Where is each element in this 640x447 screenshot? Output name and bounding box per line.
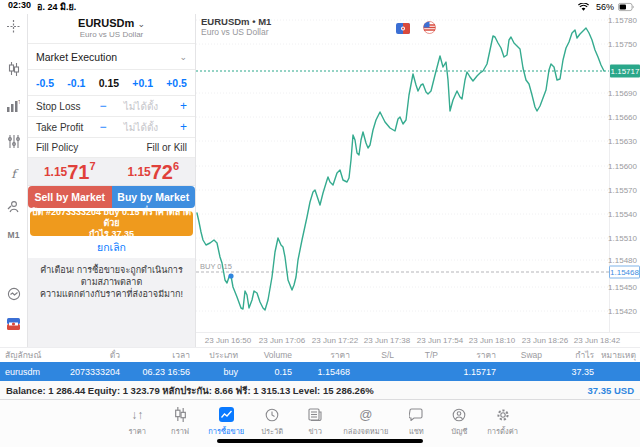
stop-loss-value[interactable]: ไม่ได้ตั้ง (115, 99, 167, 114)
price-tick: 1.15780 (608, 16, 637, 25)
price-tick: 1.15420 (608, 307, 637, 316)
cell-type: buy (194, 367, 242, 377)
time-tick: 23 Jun 18:26 (522, 336, 568, 345)
status-bar: 02:30 อ. 24 มิ.ย. 56% (0, 0, 640, 14)
chat-icon (409, 406, 423, 423)
tab-label: ข่าว (308, 425, 322, 437)
tab-label: กราฟ (171, 425, 189, 437)
symbol-name: EURUSDm (78, 17, 134, 29)
ask-pip-digit: 6 (173, 160, 179, 172)
volume-inc-large-button[interactable]: +0.5 (166, 77, 187, 89)
warning-line2: ความแตกต่างกับราคาที่ส่งอาจมีมาก! (40, 289, 183, 299)
time-tick: 23 Jun 17:22 (312, 336, 358, 345)
wifi-icon (576, 0, 592, 15)
col-symbol: สัญลักษณ์ (0, 348, 68, 362)
chart-canvas[interactable] (196, 14, 640, 332)
ask-price: 1.15726 (112, 158, 196, 185)
cell-profit: 37.35 (546, 367, 598, 377)
buy-button[interactable]: Buy by Market (112, 186, 196, 208)
volume-row: -0.5 -0.1 0.15 +0.1 +0.5 (28, 70, 195, 96)
tab-label: การซื้อขาย (208, 425, 244, 437)
col-profit: กำไร (546, 348, 598, 362)
price-chart[interactable]: EURUSDm • M1 Euro vs US Dollar 1.15780 1… (196, 14, 640, 332)
chat-bubble-icon[interactable] (6, 286, 22, 302)
price-tick: 1.15450 (608, 283, 637, 292)
position-row-selected[interactable]: eurusdm 2073333204 06.23 16:56 buy 0.15 … (0, 362, 640, 381)
clock: 02:30 (8, 0, 31, 14)
chart-symbol-timeframe: EURUSDm • M1 (201, 16, 271, 27)
tab-label: ราคา (128, 425, 145, 437)
time-tick: 23 Jun 17:38 (364, 336, 410, 345)
take-profit-label: Take Profit (36, 122, 91, 133)
warning-line1: คำเตือน! การซื้อขายจะถูกดำเนินการตามสภาพ… (40, 265, 183, 287)
stop-loss-minus-button[interactable]: − (91, 99, 115, 113)
take-profit-minus-button[interactable]: − (91, 120, 115, 134)
usd-flag-icon (423, 20, 436, 38)
ask-small-digits: 1.15 (127, 165, 150, 179)
volume-dec-small-button[interactable]: -0.1 (67, 77, 85, 89)
price-tick: 1.15480 (608, 256, 637, 265)
tab-label: บัญชี (451, 425, 467, 437)
chart-header: EURUSDm • M1 Euro vs US Dollar (201, 16, 271, 37)
volume-dec-large-button[interactable]: -0.5 (36, 77, 54, 89)
mt5-trading-screen: 02:30 อ. 24 มิ.ย. 56% T f (0, 0, 640, 447)
time-tick: 23 Jun 18:10 (469, 336, 515, 345)
account-summary-text: Balance: 1 286.44 Equity: 1 323.79 หลักป… (6, 383, 374, 398)
cell-volume: 0.15 (242, 367, 296, 377)
close-position-button[interactable]: ปิด #2073333204 buy 0.15 ที่ราคาตลาดด้วย… (30, 211, 193, 236)
tab-account[interactable]: บัญชี (444, 406, 474, 447)
time-tick: 23 Jun 17:54 (417, 336, 463, 345)
tab-quotes[interactable]: ↓↑ ราคา (122, 406, 152, 447)
chevron-down-icon: ⌄ (179, 52, 187, 62)
home-indicator[interactable] (217, 439, 423, 443)
battery-percent: 56% (596, 2, 614, 12)
function-icon[interactable]: f (6, 166, 22, 182)
tab-settings[interactable]: การตั้งค่า (487, 406, 518, 447)
crosshair-icon[interactable] (6, 18, 22, 34)
cancel-button[interactable]: ยกเลิก (97, 239, 126, 256)
price-tick: 1.15600 (608, 162, 637, 171)
chevron-down-icon: ⌄ (137, 19, 145, 29)
mailbox-icon: @ (359, 406, 372, 423)
price-tick: 1.15690 (608, 89, 637, 98)
cell-time: 06.23 16:56 (124, 367, 194, 377)
bid-price: 1.15717 (28, 158, 112, 185)
col-swap: Swap (500, 350, 546, 360)
objects-sliders-icon[interactable] (6, 133, 22, 149)
buy-position-label: BUY 0.15 (200, 262, 232, 271)
fill-policy-row[interactable]: Fill Policy Fill or Kill (28, 138, 195, 158)
time-tick: 23 Jun 16:50 (205, 336, 251, 345)
buy-price-badge: 1.15468 (609, 266, 640, 279)
account-summary-row: Balance: 1 286.44 Equity: 1 323.79 หลักป… (0, 381, 640, 399)
quotes-icon: ↓↑ (131, 406, 143, 423)
symbol-header[interactable]: EURUSDm ⌄ Euro vs US Dollar (28, 14, 195, 44)
timeframe-button[interactable]: M1 (8, 230, 20, 240)
take-profit-plus-button[interactable]: + (167, 120, 187, 134)
trade-icon (219, 406, 234, 423)
bid-pip-digit: 7 (89, 160, 95, 172)
fill-policy-label: Fill Policy (36, 142, 78, 153)
flag-icon[interactable] (6, 316, 22, 332)
candlestick-chart-icon[interactable] (6, 61, 22, 77)
trader-icon[interactable] (6, 198, 22, 214)
volume-inc-small-button[interactable]: +0.1 (132, 77, 153, 89)
ask-big-digits: 72 (151, 162, 173, 182)
stop-loss-plus-button[interactable]: + (167, 99, 187, 113)
volume-value[interactable]: 0.15 (99, 77, 119, 89)
bid-small-digits: 1.15 (44, 165, 67, 179)
close-position-line1: ปิด #2073333204 buy 0.15 ที่ราคาตลาดด้วย (30, 207, 193, 229)
col-sl: S/L (354, 350, 398, 360)
tab-chart[interactable]: กราฟ (165, 406, 195, 447)
sell-button[interactable]: Sell by Market (28, 186, 112, 208)
fill-policy-value: Fill or Kill (146, 142, 187, 153)
table-header-row: สัญลักษณ์ ตั๋ว เวลา ประเภท Volume ราคา S… (0, 347, 640, 362)
news-icon (308, 406, 322, 423)
take-profit-value[interactable]: ไม่ได้ตั้ง (115, 120, 167, 135)
time-tick: 23 Jun 18:42 (574, 336, 620, 345)
order-panel: EURUSDm ⌄ Euro vs US Dollar Market Execu… (28, 14, 196, 347)
execution-mode-select[interactable]: Market Execution ⌄ (28, 44, 195, 70)
positions-table: สัญลักษณ์ ตั๋ว เวลา ประเภท Volume ราคา S… (0, 347, 640, 399)
time-tick: 23 Jun 17:06 (259, 336, 305, 345)
bid-big-digits: 71 (67, 162, 89, 182)
indicators-icon[interactable]: T (6, 98, 22, 114)
